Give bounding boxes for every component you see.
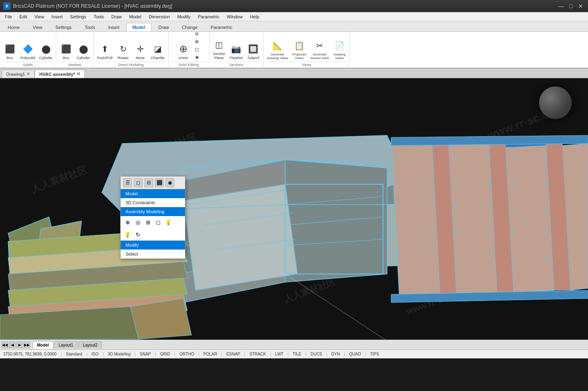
doc-tab-drawing1[interactable]: Drawing1 ✕: [2, 70, 35, 78]
layout-tab-layout2[interactable]: Layout2: [78, 341, 102, 349]
ctx-assembly-icon-7[interactable]: ↻: [133, 230, 142, 239]
menu-draw[interactable]: Draw: [108, 13, 125, 20]
tab-draw[interactable]: Draw: [152, 23, 175, 31]
svg-marker-17: [448, 139, 497, 294]
status-tips[interactable]: TIPS: [370, 352, 379, 356]
tab-parametric[interactable]: Parametric: [205, 23, 238, 31]
menu-modify[interactable]: Modify: [174, 13, 194, 20]
maximize-button[interactable]: □: [567, 2, 575, 10]
ctx-assembly-icon-4[interactable]: ◻: [154, 218, 163, 227]
ribbon-btn-solprof[interactable]: 🔲 Solprof: [245, 42, 262, 61]
tab-model[interactable]: Model: [126, 23, 152, 31]
tab-tools[interactable]: Tools: [79, 23, 101, 31]
solids-group-title: Solids: [2, 62, 54, 68]
chamfer-icon: ◪: [151, 42, 164, 55]
mesh-cylinder-label: Cylinder: [77, 56, 90, 60]
ribbon-btn-generate-section-view[interactable]: ✂ GenerateSection View: [308, 38, 330, 61]
menu-help[interactable]: Help: [247, 13, 263, 20]
ribbon-btn-solid2[interactable]: ◻: [192, 46, 202, 53]
ribbon-btn-drawing-views[interactable]: 📄 DrawingViews: [331, 38, 348, 61]
ctx-assembly-icon-3[interactable]: ⊞: [143, 218, 152, 227]
layout-tab-model[interactable]: Model: [33, 341, 53, 349]
ctx-assembly-icon-5[interactable]: 💡: [164, 218, 173, 227]
ribbon-btn-pushpull[interactable]: ⬆ Push/Pull: [95, 42, 114, 61]
ribbon-btn-mesh-box[interactable]: ⬛ Box: [58, 42, 74, 61]
status-esnap[interactable]: ESNAP: [227, 352, 240, 356]
menu-edit[interactable]: Edit: [16, 13, 31, 20]
ctx-icon-circle[interactable]: ◉: [165, 178, 174, 187]
ctx-item-3d-constraints[interactable]: 3D Constraints: [121, 198, 185, 207]
ribbon-btn-solid3[interactable]: ◈: [192, 53, 202, 61]
navigation-sphere[interactable]: [539, 86, 572, 119]
status-strack[interactable]: STRACK: [249, 352, 266, 356]
ribbon-btn-mesh-cylinder[interactable]: ⬤ Cylinder: [75, 42, 92, 61]
ribbon-btn-intersect[interactable]: ⊗: [192, 38, 202, 45]
pushpull-icon: ⬆: [98, 42, 111, 55]
tab-change[interactable]: Change: [176, 23, 204, 31]
doc-tab-hvac[interactable]: HVAC assembly* ✕: [35, 70, 85, 78]
status-lwt[interactable]: LWT: [275, 352, 283, 356]
menu-view[interactable]: View: [31, 13, 48, 20]
ctx-icon-frame[interactable]: ◻: [134, 178, 143, 187]
3d-scene: 人人素材社区 人人素材社区 www.rr-sc.com 人人素材社区 人人素材社…: [0, 78, 588, 340]
layout-nav-first[interactable]: ◀◀: [2, 342, 8, 348]
ctx-item-modify[interactable]: Modify: [121, 241, 185, 250]
move-label: Move: [136, 56, 145, 60]
viewport[interactable]: 人人素材社区 人人素材社区 www.rr-sc.com 人人素材社区 人人素材社…: [0, 78, 588, 340]
status-snap[interactable]: SNAP: [140, 352, 151, 356]
ctx-icon-minus[interactable]: ⊟: [144, 178, 153, 187]
ctx-assembly-icon-6[interactable]: 💡: [123, 230, 132, 239]
ribbon-btn-chamfer[interactable]: ◪ Chamfer: [149, 42, 167, 61]
doc-tab-drawing1-close[interactable]: ✕: [26, 71, 30, 77]
close-button[interactable]: ✕: [577, 2, 585, 10]
generate-section-view-icon: ✂: [313, 39, 326, 52]
ribbon-btn-cylinder[interactable]: ⬤ Cylinder: [37, 42, 54, 61]
document-tabs: Drawing1 ✕ HVAC assembly* ✕: [0, 68, 588, 78]
ribbon-btn-flatshot[interactable]: 📷 Flatshot: [228, 42, 244, 61]
status-ortho[interactable]: ORTHO: [180, 352, 194, 356]
ribbon-btn-generate-drawing-views[interactable]: 📐 GenerateDrawing Views: [265, 38, 290, 61]
ribbon-btn-box[interactable]: ⬛ Box: [2, 42, 18, 61]
tab-insert[interactable]: Insert: [102, 23, 126, 31]
menu-tools[interactable]: Tools: [90, 13, 108, 20]
status-grid[interactable]: GRID: [160, 352, 170, 356]
layout-nav-next[interactable]: ▶: [16, 342, 23, 348]
status-quad[interactable]: QUAD: [349, 352, 361, 356]
ribbon-btn-rotate[interactable]: ↻ Rotate: [115, 42, 131, 61]
ribbon-btn-move[interactable]: ✛ Move: [132, 42, 148, 61]
flatshot-icon: 📷: [230, 42, 243, 55]
ctx-assembly-icon-2[interactable]: ◎: [133, 218, 142, 227]
ctx-item-model[interactable]: Model: [121, 189, 185, 198]
titlebar-controls[interactable]: — □ ✕: [557, 2, 585, 10]
layout-nav-prev[interactable]: ◀: [9, 342, 15, 348]
menu-model[interactable]: Model: [126, 13, 145, 20]
tab-home[interactable]: Home: [2, 23, 26, 31]
ribbon-btn-union[interactable]: ⊕ Union: [175, 42, 192, 61]
status-ducs[interactable]: DUCS: [311, 352, 322, 356]
ribbon-btn-polysolid[interactable]: 🔷 Polysolid: [19, 42, 37, 61]
doc-tab-hvac-close[interactable]: ✕: [77, 71, 80, 77]
ctx-icon-fill[interactable]: ⬛: [155, 178, 164, 187]
status-dyn[interactable]: DYN: [331, 352, 340, 356]
menu-settings[interactable]: Settings: [67, 13, 90, 20]
ctx-icon-list[interactable]: ☰: [123, 178, 132, 187]
tab-settings[interactable]: Settings: [49, 23, 78, 31]
status-tile[interactable]: TILE: [293, 352, 301, 356]
menu-file[interactable]: File: [2, 13, 15, 20]
minimize-button[interactable]: —: [557, 2, 565, 10]
menu-insert[interactable]: Insert: [48, 13, 66, 20]
tab-view[interactable]: View: [26, 23, 48, 31]
menu-parametric[interactable]: Parametric: [194, 13, 222, 20]
ctx-item-select[interactable]: Select: [121, 250, 185, 258]
ctx-item-assembly-modeling[interactable]: Assembly Modeling: [121, 207, 185, 216]
ribbon-btn-projected-views[interactable]: 📋 ProjectedViews: [291, 38, 308, 61]
status-polar[interactable]: POLAR: [203, 352, 217, 356]
ctx-assembly-icon-1[interactable]: ⊕: [123, 218, 132, 227]
layout-tab-layout1[interactable]: Layout1: [54, 341, 78, 349]
ribbon-btn-section-plane[interactable]: ◫ SectionPlane: [211, 38, 227, 61]
menu-window[interactable]: Window: [224, 13, 246, 20]
solid-editing-col: ⊖ ⊗ ◻ ◈: [192, 32, 202, 61]
menu-dimension[interactable]: Dimension: [145, 13, 173, 20]
ribbon-btn-subtract[interactable]: ⊖: [192, 32, 202, 38]
layout-nav-last[interactable]: ▶▶: [24, 342, 30, 348]
